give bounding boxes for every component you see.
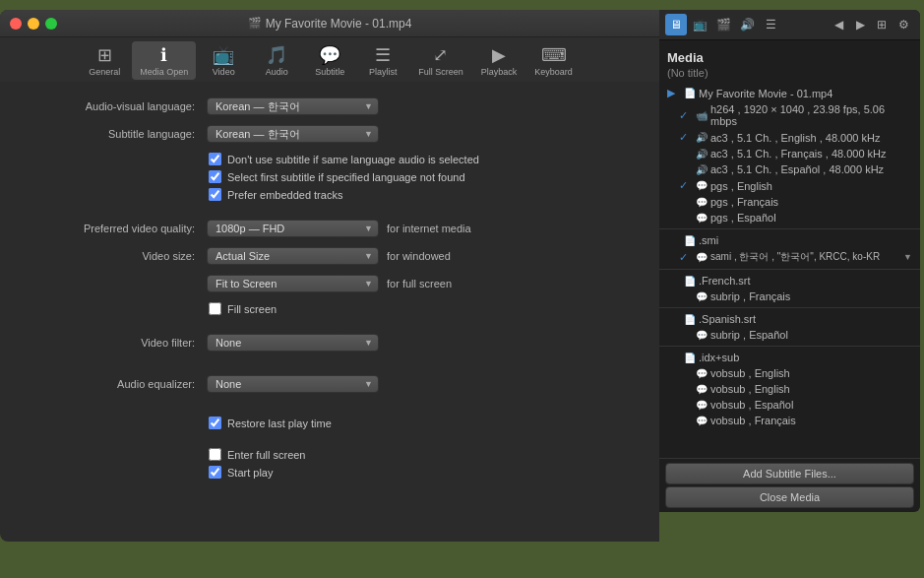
enter-fullscreen-checkbox[interactable] [209,448,221,461]
spanish-srt-file-item[interactable]: 📄 .Spanish.srt [659,311,920,327]
subtitle-pgs-fr-text: pgs , Français [710,196,912,208]
right-content: Media (No title) ▶ 📄 My Favorite Movie -… [659,40,920,458]
video-track-text: h264 , 1920 × 1040 , 23.98 fps, 5.06 mbp… [710,103,912,127]
general-icon: ⊞ [97,44,112,66]
maximize-button[interactable] [45,18,57,30]
right-settings-btn[interactable]: ⚙ [893,14,914,35]
separator-4 [659,346,920,347]
right-display-btn[interactable]: 📺 [689,14,710,35]
first-subtitle-label: Select first subtitle if specified langu… [227,171,465,183]
settings-content: Audio-visual language: Korean — 한국어 ▼ Su… [0,82,659,542]
audio-track-3-item[interactable]: 🔊 ac3 , 5.1 Ch. , Español , 48.000 kHz [659,161,920,177]
right-monitor-btn[interactable]: 🖥 [665,14,687,35]
audio-track-1-item[interactable]: ✓ 🔊 ac3 , 5.1 Ch. , English , 48.000 kHz [659,129,920,146]
start-play-checkbox[interactable] [209,466,221,479]
close-button[interactable] [10,18,22,30]
enter-fullscreen-label: Enter full screen [227,449,305,461]
prefer-embedded-checkbox[interactable] [209,188,221,201]
vobsub-en1-item[interactable]: 💬 vobsub , English [659,365,920,381]
audio-track-2-item[interactable]: 🔊 ac3 , 5.1 Ch. , Français , 48.000 kHz [659,146,920,161]
smi-file-text: .smi [699,234,912,246]
fill-screen-checkbox[interactable] [209,302,221,315]
right-media-btn[interactable]: 🎬 [712,14,734,35]
french-srt-file-item[interactable]: 📄 .French.srt [659,273,920,289]
sami-track-check: ✓ [679,251,693,264]
right-expand-btn[interactable]: ⊞ [871,14,893,35]
subtitle-pgs-en-icon: 💬 [693,180,710,191]
video-size-windowed-text: for windowed [387,250,451,262]
video-quality-row: Preferred video quality: 1080p — FHD ▼ f… [20,220,640,237]
right-audio-btn[interactable]: 🔊 [736,14,758,35]
vobsub-en1-icon: 💬 [693,368,710,379]
media-subtitle: (No title) [659,67,920,85]
french-srt-text: .French.srt [699,275,912,287]
right-list-btn[interactable]: ☰ [760,14,781,35]
restore-playtime-checkbox[interactable] [209,417,221,429]
toolbar-subtitle[interactable]: 💬 Subtitle [304,41,355,80]
main-panel: 🎬 My Favorite Movie - 01.mp4 ⊞ General ℹ… [0,10,659,542]
sami-dropdown-arrow[interactable]: ▼ [903,252,912,262]
vobsub-es-icon: 💬 [693,400,710,411]
separator-3 [659,307,920,308]
subtitle-language-select[interactable]: Korean — 한국어 [207,125,379,143]
smi-file-item[interactable]: 📄 .smi [659,232,920,248]
enter-fullscreen-row: Enter full screen [209,448,640,461]
sami-track-item[interactable]: ✓ 💬 sami , 한국어 , "한국어", KRCC, ko-KR ▼ [659,248,920,266]
subtitle-pgs-en-item[interactable]: ✓ 💬 pgs , English [659,177,920,194]
start-play-row: Start play [209,466,640,479]
audio-track-2-text: ac3 , 5.1 Ch. , Français , 48.000 kHz [710,148,912,160]
video-track-item[interactable]: ✓ 📹 h264 , 1920 × 1040 , 23.98 fps, 5.06… [659,101,920,129]
right-nav-forward-btn[interactable]: ▶ [849,14,871,35]
video-filter-select[interactable]: None [207,334,379,352]
fill-screen-row: Fill screen [209,302,640,315]
idxsub-file-item[interactable]: 📄 .idx+sub [659,350,920,365]
french-srt-icon: 📄 [681,276,699,287]
toolbar-playlist[interactable]: ☰ Playlist [357,41,408,80]
subtitle-pgs-es-item[interactable]: 💬 pgs , Español [659,210,920,225]
audiovisual-language-row: Audio-visual language: Korean — 한국어 ▼ [20,97,640,115]
toolbar-fullscreen[interactable]: ⤢ Full Screen [410,41,471,80]
restore-playtime-row: Restore last play time [209,417,640,429]
right-footer: Add Subtitle Files... Close Media [659,458,920,512]
toolbar-keyboard[interactable]: ⌨ Keyboard [526,41,581,80]
vobsub-es-item[interactable]: 💬 vobsub , Español [659,397,920,413]
vobsub-fr-item[interactable]: 💬 vobsub , Français [659,413,920,428]
audio-equalizer-select[interactable]: None [207,375,379,393]
video-quality-select[interactable]: 1080p — FHD [207,220,379,237]
video-filter-label: Video filter: [20,337,207,349]
video-size-actual-wrapper: Actual Size ▼ [207,247,379,265]
subtitle-pgs-es-icon: 💬 [693,213,710,224]
vobsub-en1-text: vobsub , English [710,367,912,379]
subtitle-pgs-fr-item[interactable]: 💬 pgs , Français [659,194,920,210]
video-size-fit-select[interactable]: Fit to Screen [207,275,379,292]
spanish-srt-icon: 📄 [681,314,699,325]
audiovisual-language-select[interactable]: Korean — 한국어 [207,97,379,115]
right-nav-back-btn[interactable]: ◀ [828,14,849,35]
subrip-fr-item[interactable]: 💬 subrip , Français [659,289,920,304]
subtitle-pgs-en-check: ✓ [679,179,693,192]
subrip-es-item[interactable]: 💬 subrip , Español [659,327,920,343]
keyboard-icon: ⌨ [541,44,567,66]
close-media-button[interactable]: Close Media [665,486,914,508]
toolbar-playback[interactable]: ▶ Playback [473,41,525,80]
vobsub-en2-item[interactable]: 💬 vobsub , English [659,381,920,397]
toolbar-audio[interactable]: 🎵 Audio [251,41,302,80]
playlist-icon: ☰ [375,44,391,66]
video-size-row-1: Video size: Actual Size ▼ for windowed [20,247,640,265]
subtitle-pgs-en-text: pgs , English [710,180,912,192]
minimize-button[interactable] [28,18,39,30]
toolbar-video[interactable]: 📺 Video [198,41,249,80]
prefer-embedded-row: Prefer embedded tracks [209,188,640,201]
toolbar-general[interactable]: ⊞ General [79,41,130,80]
playback-icon: ▶ [492,44,506,66]
first-subtitle-checkbox[interactable] [209,170,221,183]
video-size-actual-select[interactable]: Actual Size [207,247,379,265]
no-subtitle-label: Don't use subtitle if same language audi… [227,154,479,165]
traffic-lights [10,18,57,30]
no-subtitle-checkbox[interactable] [209,153,221,165]
media-file-item[interactable]: ▶ 📄 My Favorite Movie - 01.mp4 [659,85,920,101]
video-quality-suffix: for internet media [387,223,471,234]
idxsub-icon: 📄 [681,353,699,363]
add-subtitle-button[interactable]: Add Subtitle Files... [665,463,914,484]
toolbar-mediaopen[interactable]: ℹ Media Open [132,41,196,80]
